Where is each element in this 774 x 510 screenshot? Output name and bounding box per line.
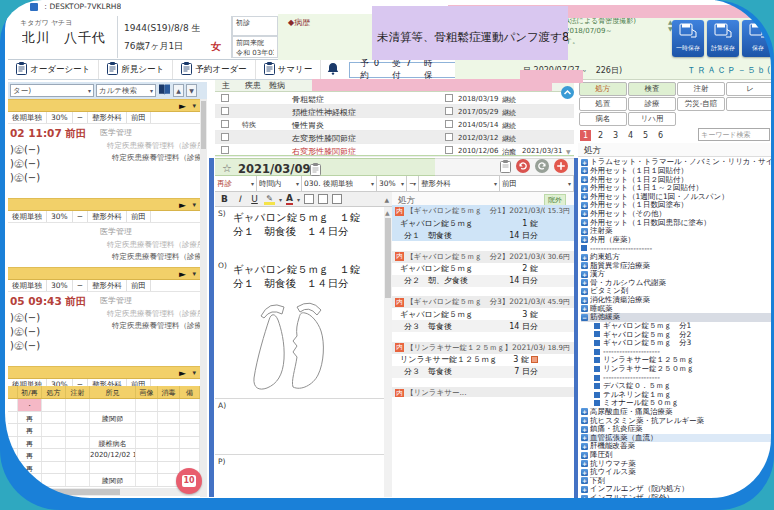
expand-plus-icon[interactable]: + bbox=[581, 443, 588, 450]
soap-section[interactable]: A) bbox=[215, 398, 384, 454]
rx-master-item[interactable]: +外用セット（その他） bbox=[581, 210, 774, 219]
forward-arrow-icon[interactable]: ► bbox=[179, 368, 186, 378]
scroll-up-icon[interactable]: ▲ bbox=[385, 209, 390, 216]
main-disease-checkbox[interactable] bbox=[221, 133, 229, 141]
disease-checkbox[interactable] bbox=[445, 133, 453, 141]
attribute-dropdown[interactable]: 整形外科▾ bbox=[419, 176, 500, 191]
main-disease-checkbox[interactable] bbox=[221, 146, 229, 154]
rx-master-item[interactable]: +脂質異常症治療薬 bbox=[581, 261, 774, 270]
rx-master-item[interactable]: +注射薬 bbox=[581, 227, 774, 236]
rx-master-item[interactable]: +インフルエンザ（院内処方） bbox=[581, 485, 774, 494]
expand-plus-icon[interactable]: + bbox=[581, 426, 588, 433]
expand-plus-icon[interactable]: + bbox=[581, 297, 588, 304]
page-tab[interactable]: 3 bbox=[610, 130, 621, 141]
karte-search-dropdown[interactable]: カルテ検索▾ bbox=[96, 84, 156, 97]
page-tab[interactable]: 4 bbox=[625, 130, 636, 141]
insert-image-icon[interactable] bbox=[318, 194, 328, 204]
expand-plus-icon[interactable]: + bbox=[581, 236, 588, 243]
expand-plus-icon[interactable]: + bbox=[581, 185, 588, 192]
expand-plus-icon[interactable]: + bbox=[581, 167, 588, 174]
rx-master-item[interactable]: ミオナール錠５０ｍｇ bbox=[581, 399, 774, 408]
rx-master-item[interactable]: リンラキサー錠１２５ｍｇ bbox=[581, 356, 774, 365]
chevron-down-icon[interactable]: ▾ bbox=[192, 369, 196, 377]
category-tab[interactable]: 診療 bbox=[628, 97, 676, 111]
scrollbar-thumb[interactable] bbox=[201, 101, 206, 149]
flowsheet-row[interactable]: 再 bbox=[8, 462, 200, 475]
rx-master-item[interactable]: +約束処方 bbox=[581, 253, 774, 262]
add-icon[interactable] bbox=[554, 158, 568, 177]
expand-plus-icon[interactable]: + bbox=[581, 262, 588, 269]
collapse-minus-icon[interactable]: − bbox=[581, 314, 588, 321]
font-color-button[interactable]: A bbox=[286, 194, 293, 205]
page-tab[interactable]: 1 bbox=[580, 130, 591, 141]
rx-entry[interactable]: 内【リンラキサー... bbox=[392, 387, 574, 397]
chevron-down-icon[interactable]: ▾ bbox=[297, 196, 300, 203]
chevron-down-icon[interactable]: ▾ bbox=[192, 102, 196, 110]
rx-master-item[interactable]: +鎮痛・抗炎症薬 bbox=[581, 425, 774, 434]
expand-plus-icon[interactable]: + bbox=[581, 254, 588, 261]
rx-master-item[interactable]: ----------------------- bbox=[581, 244, 774, 253]
soap-section[interactable]: O)ギャバロン錠５ｍｇ １錠分１ 朝食後 １４日分 bbox=[215, 259, 384, 398]
rx-master-item[interactable]: +ビタミン剤 bbox=[581, 287, 774, 296]
forward-arrow-icon[interactable]: ► bbox=[179, 101, 186, 111]
category-tab[interactable]: 注射 bbox=[677, 82, 725, 96]
expand-plus-icon[interactable]: + bbox=[581, 469, 588, 476]
paste-icon[interactable] bbox=[500, 158, 511, 177]
scroll-down-button[interactable]: ▼ bbox=[186, 84, 197, 97]
star-icon[interactable]: ☆ bbox=[222, 162, 232, 175]
rx-master-item[interactable]: ギャバロン錠５ｍｇ 分1 bbox=[581, 322, 774, 331]
rx-master-item[interactable]: +骨・カルシウム代謝薬 bbox=[581, 279, 774, 288]
rx-master-item[interactable]: +血管拡張薬（血流） bbox=[581, 434, 774, 443]
category-tab[interactable] bbox=[726, 97, 774, 111]
attribute-dropdown[interactable]: 時間内▾ bbox=[257, 176, 302, 191]
flowsheet-row[interactable]: 再膝関節 bbox=[8, 474, 200, 487]
rx-master-item[interactable]: +降圧剤 bbox=[581, 451, 774, 460]
page-tab[interactable]: 2 bbox=[595, 130, 606, 141]
expand-plus-icon[interactable]: + bbox=[581, 202, 588, 209]
category-tab[interactable]: リハ用 bbox=[628, 112, 676, 126]
rx-master-item[interactable]: リンラキサー錠２５０ｍｇ bbox=[581, 365, 774, 374]
rx-entry[interactable]: 内【ギャバロン錠５ｍｇ 分1】2021/03/09 17:...15.3円ギャバ… bbox=[392, 205, 574, 251]
highlighter-icon[interactable]: ✎ bbox=[264, 194, 275, 205]
expand-plus-icon[interactable]: + bbox=[581, 305, 588, 312]
category-tab[interactable]: レ bbox=[726, 82, 774, 96]
soap-section[interactable]: P) bbox=[215, 454, 384, 497]
attribute-dropdown[interactable]: 030. 後期単独▾ bbox=[302, 176, 377, 191]
rx-master-item[interactable]: +消化性潰瘍治療薬 bbox=[581, 296, 774, 305]
karte-entry-header[interactable]: ►▾ bbox=[8, 99, 200, 112]
rx-master-item[interactable]: +抗ウイルス薬 bbox=[581, 468, 774, 477]
insert-table-icon[interactable] bbox=[332, 194, 342, 204]
keyword-search-input[interactable] bbox=[698, 128, 770, 141]
scroll-up-button[interactable]: ▲ bbox=[173, 84, 184, 97]
expand-plus-icon[interactable]: + bbox=[581, 159, 588, 166]
karte-entry-header[interactable]: ►▾ bbox=[8, 267, 200, 280]
scroll-down-icon[interactable]: ▼ bbox=[566, 148, 571, 155]
toolbar-button[interactable]: サマリー bbox=[256, 60, 322, 79]
toolbar-button[interactable]: オーダーシート bbox=[8, 60, 99, 79]
rx-master-item[interactable]: +睡眠薬 bbox=[581, 304, 774, 313]
rx-master-item[interactable]: +漢方 bbox=[581, 270, 774, 279]
attribute-dropdown[interactable]: −▾ bbox=[407, 176, 419, 191]
rx-master-item[interactable]: ギャバロン錠５ｍｇ 分3 bbox=[581, 339, 774, 348]
page-tab[interactable]: 5 bbox=[640, 130, 651, 141]
attribute-dropdown[interactable]: 30%▾ bbox=[377, 176, 407, 191]
disease-row[interactable]: 骨粗鬆症2018/03/19継続 bbox=[215, 92, 574, 105]
rx-master-item[interactable]: +トラムセット・トラマール・ノバミン・リリカ・サインバルタ・タリージェ bbox=[581, 158, 774, 167]
save-button[interactable]: 計算保存 bbox=[707, 20, 739, 57]
main-disease-checkbox[interactable] bbox=[221, 107, 229, 115]
attribute-dropdown[interactable]: 前田▾ bbox=[500, 176, 574, 191]
flowsheet-row[interactable]: 再2020/12/02 11:0 bbox=[8, 449, 200, 462]
rx-master-item[interactable]: −筋弛緩薬 bbox=[581, 313, 774, 322]
expand-plus-icon[interactable]: + bbox=[581, 271, 588, 278]
expand-plus-icon[interactable]: + bbox=[581, 486, 588, 493]
karte-entry[interactable]: ►▾後期単独30%−整形外科前田02 11:07 前田)㊧(−))㊧(−))㊧(… bbox=[8, 99, 200, 198]
rx-master-item[interactable]: +高尿酸血症・痛風治療薬 bbox=[581, 408, 774, 417]
rx-master-item[interactable]: --------------------- bbox=[581, 373, 774, 382]
notification-badge[interactable]: 10 bbox=[176, 468, 202, 494]
karte-entry-header[interactable]: ►▾ bbox=[8, 198, 200, 211]
disease-row[interactable]: 特疾慢性胃炎2014/05/14継続 bbox=[215, 118, 574, 131]
bell-icon[interactable] bbox=[327, 60, 339, 79]
rx-master-item[interactable]: +外用セット（１日１～２回貼付） bbox=[581, 184, 774, 193]
expand-plus-icon[interactable]: + bbox=[581, 219, 588, 226]
rx-master-item[interactable]: +インフルエンザ（院外） bbox=[581, 494, 774, 503]
